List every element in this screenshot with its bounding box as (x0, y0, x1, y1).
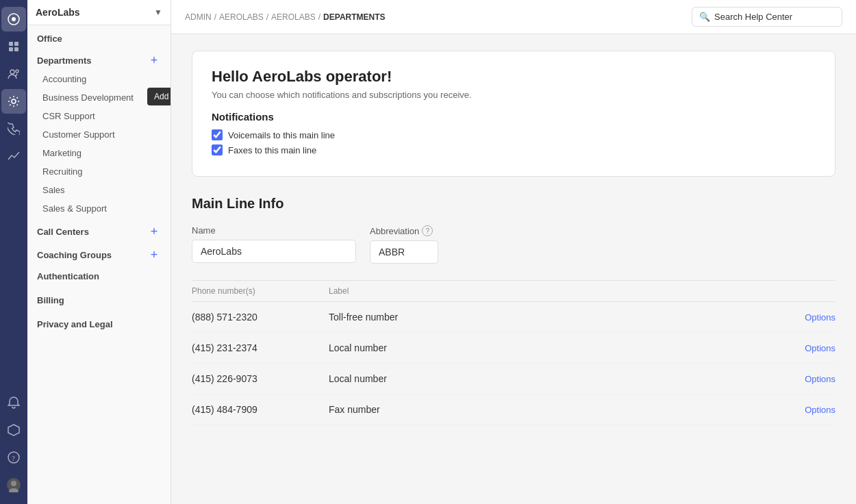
search-box[interactable]: 🔍 (692, 7, 842, 27)
users-icon[interactable] (1, 62, 26, 86)
org-dropdown-arrow: ▼ (154, 8, 162, 17)
svg-rect-2 (9, 42, 13, 46)
departments-label: Departments (37, 55, 91, 66)
svg-point-6 (10, 70, 14, 74)
call-centers-section-row: Call Centers + (27, 218, 171, 241)
svg-text:?: ? (12, 454, 15, 462)
options-button-3[interactable]: Options (767, 374, 835, 384)
name-field-group: Name (192, 225, 356, 264)
options-button-4[interactable]: Options (767, 405, 835, 415)
phone-number-2: (415) 231-2374 (192, 342, 329, 353)
add-department-button[interactable]: + (147, 53, 161, 67)
contacts-icon[interactable] (1, 34, 26, 59)
phone-label-2: Local number (329, 342, 767, 353)
phone-table: Phone number(s) Label (888) 571-2320 Tol… (192, 280, 835, 425)
hello-card: Hello AeroLabs operator! You can choose … (192, 51, 835, 177)
coaching-groups-label: Coaching Groups (37, 250, 112, 260)
fax-checkbox-row: Faxes to this main line (212, 144, 816, 155)
top-bar: ADMIN / AEROLABS / AEROLABS / DEPARTMENT… (171, 0, 856, 34)
phone-icon[interactable] (1, 116, 26, 141)
sidebar-item-authentication[interactable]: Authentication (27, 264, 171, 288)
voicemail-label: Voicemails to this main line (228, 130, 335, 140)
phone-label-3: Local number (329, 373, 767, 384)
add-call-center-button[interactable]: + (147, 225, 161, 238)
search-input[interactable] (714, 12, 835, 22)
form-row: Name Abbreviation ? (192, 225, 835, 264)
abbr-field-group: Abbreviation ? (370, 225, 438, 264)
notifications-icon[interactable] (1, 390, 26, 415)
settings-icon[interactable] (1, 89, 26, 114)
phone-number-4: (415) 484-7909 (192, 404, 329, 415)
sidebar-item-recruiting[interactable]: Recruiting (27, 162, 171, 181)
add-department-tooltip: Add a Department (147, 88, 171, 105)
sidebar: AeroLabs ▼ Office Departments + Add a De… (27, 0, 171, 504)
call-centers-label: Call Centers (37, 227, 89, 237)
phone-table-header: Phone number(s) Label (192, 281, 835, 302)
table-row: (888) 571-2320 Toll-free number Options (192, 302, 835, 333)
abbr-label: Abbreviation ? (370, 225, 438, 236)
search-icon: 🔍 (699, 12, 710, 22)
fax-checkbox[interactable] (212, 144, 223, 155)
options-button-1[interactable]: Options (767, 312, 835, 323)
sidebar-item-billing[interactable]: Billing (27, 288, 171, 312)
phone-number-1: (888) 571-2320 (192, 312, 329, 323)
voicemail-checkbox[interactable] (212, 129, 223, 140)
logo-icon[interactable] (1, 7, 26, 32)
sidebar-item-privacy[interactable]: Privacy and Legal (27, 312, 171, 336)
sidebar-item-marketing[interactable]: Marketing (27, 144, 171, 162)
svg-marker-9 (8, 425, 19, 436)
table-row: (415) 226-9073 Local number Options (192, 364, 835, 394)
svg-rect-4 (9, 47, 13, 51)
svg-rect-5 (14, 47, 18, 51)
sidebar-item-sales[interactable]: Sales (27, 181, 171, 199)
phone-label-4: Fax number (329, 404, 767, 415)
analytics-icon[interactable] (1, 144, 26, 168)
svg-rect-3 (14, 42, 18, 46)
sidebar-item-sales-support[interactable]: Sales & Support (27, 199, 171, 218)
main-line-title: Main Line Info (192, 196, 835, 212)
sidebar-item-accounting[interactable]: Accounting (27, 70, 171, 88)
sidebar-item-customer-support[interactable]: Customer Support (27, 125, 171, 144)
org-name: AeroLabs (36, 7, 80, 18)
breadcrumb-departments: DEPARTMENTS (323, 12, 385, 22)
breadcrumb-aerolabs2[interactable]: AEROLABS (271, 12, 316, 22)
avatar-icon[interactable] (1, 473, 26, 497)
add-coaching-group-button[interactable]: + (147, 248, 161, 262)
help-icon[interactable]: ? (1, 445, 26, 470)
svg-point-13 (11, 481, 16, 486)
table-row: (415) 484-7909 Fax number Options (192, 394, 835, 425)
svg-point-1 (12, 17, 16, 21)
sidebar-item-csr-support[interactable]: CSR Support (27, 107, 171, 125)
content-area: Hello AeroLabs operator! You can choose … (171, 34, 856, 504)
voicemail-checkbox-row: Voicemails to this main line (212, 129, 816, 140)
phone-number-3: (415) 226-9073 (192, 373, 329, 384)
integrations-icon[interactable] (1, 418, 26, 442)
abbr-input[interactable] (370, 240, 438, 264)
svg-point-7 (16, 70, 18, 73)
breadcrumb-aerolabs1[interactable]: AEROLABS (219, 12, 264, 22)
hello-subtitle: You can choose which notifications and s… (212, 90, 816, 100)
notifications-title: Notifications (212, 111, 816, 123)
org-selector[interactable]: AeroLabs ▼ (27, 0, 171, 25)
options-button-2[interactable]: Options (767, 343, 835, 353)
departments-section-row: Departments + (27, 47, 171, 70)
office-section-header: Office (27, 25, 171, 47)
abbr-help-icon[interactable]: ? (422, 225, 433, 236)
main-line-section: Main Line Info Name Abbreviation ? Ph (192, 196, 835, 425)
phone-label-1: Toll-free number (329, 312, 767, 323)
name-label: Name (192, 225, 356, 236)
main-content: ADMIN / AEROLABS / AEROLABS / DEPARTMENT… (171, 0, 856, 504)
phone-col-header: Phone number(s) (192, 286, 329, 296)
icon-navigation: ? (0, 0, 27, 504)
fax-label: Faxes to this main line (228, 145, 316, 155)
label-col-header: Label (329, 286, 767, 296)
svg-point-8 (12, 99, 16, 103)
coaching-groups-section-row: Coaching Groups + (27, 241, 171, 264)
hello-title: Hello AeroLabs operator! (212, 68, 816, 86)
table-row: (415) 231-2374 Local number Options (192, 333, 835, 364)
name-input[interactable] (192, 240, 356, 263)
breadcrumb-admin[interactable]: ADMIN (185, 12, 212, 22)
breadcrumb: ADMIN / AEROLABS / AEROLABS / DEPARTMENT… (185, 12, 386, 22)
